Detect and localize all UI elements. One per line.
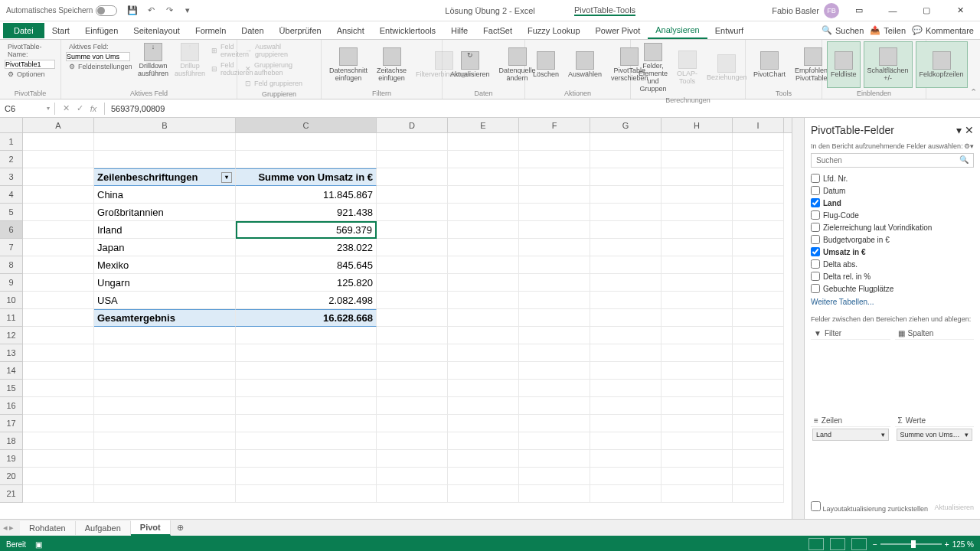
- area-filter[interactable]: ▼ Filter: [811, 328, 890, 410]
- cell-E12[interactable]: [448, 327, 519, 344]
- cell-E17[interactable]: [448, 415, 519, 432]
- cell-F11[interactable]: [519, 309, 590, 327]
- cell-C19[interactable]: [236, 450, 377, 468]
- field-budgetvorgabe-in-€[interactable]: Budgetvorgabe in €: [811, 233, 974, 246]
- cell-I7[interactable]: [733, 239, 784, 256]
- cell-D21[interactable]: [377, 485, 448, 503]
- row-header-8[interactable]: 8: [0, 256, 23, 274]
- cell-F20[interactable]: [519, 468, 590, 485]
- cell-C1[interactable]: [236, 133, 377, 151]
- cell-H4[interactable]: [662, 186, 733, 204]
- tab-seitenlayout[interactable]: Seitenlayout: [126, 23, 188, 38]
- cell-F12[interactable]: [519, 327, 590, 344]
- field-search-input[interactable]: [812, 154, 955, 167]
- vertical-scrollbar[interactable]: [792, 118, 804, 519]
- zoom-value[interactable]: 125 %: [952, 540, 974, 549]
- row-header-19[interactable]: 19: [0, 450, 23, 468]
- row-header-21[interactable]: 21: [0, 485, 23, 503]
- row-header-2[interactable]: 2: [0, 151, 23, 168]
- sheet-tab-rohdaten[interactable]: Rohdaten: [20, 521, 76, 535]
- row-header-13[interactable]: 13: [0, 344, 23, 362]
- cell-D6[interactable]: [377, 221, 448, 239]
- sheet-tab-pivot[interactable]: Pivot: [131, 520, 171, 536]
- pane-close-icon[interactable]: ✕: [965, 124, 974, 136]
- autosave-toggle[interactable]: Automatisches Speichern: [6, 5, 117, 16]
- row-header-14[interactable]: 14: [0, 362, 23, 380]
- minimize-icon[interactable]: —: [879, 0, 906, 21]
- row-header-18[interactable]: 18: [0, 432, 23, 450]
- col-header-A[interactable]: A: [23, 118, 94, 132]
- cell-E13[interactable]: [448, 344, 519, 362]
- cell-I17[interactable]: [733, 415, 784, 432]
- tab-power pivot[interactable]: Power Pivot: [588, 23, 648, 38]
- zoom-out-icon[interactable]: −: [873, 540, 877, 549]
- cell-B6[interactable]: Irland: [94, 221, 236, 239]
- cell-E19[interactable]: [448, 450, 519, 468]
- row-header-3[interactable]: 3: [0, 168, 23, 186]
- cell-A3[interactable]: [23, 168, 94, 186]
- zoom-in-icon[interactable]: +: [945, 540, 949, 549]
- cell-G8[interactable]: [590, 256, 662, 274]
- cell-I14[interactable]: [733, 362, 784, 380]
- cell-D15[interactable]: [377, 380, 448, 397]
- cell-E18[interactable]: [448, 432, 519, 450]
- qat-more-icon[interactable]: ▾: [181, 5, 194, 17]
- row-header-1[interactable]: 1: [0, 133, 23, 151]
- cell-B21[interactable]: [94, 485, 236, 503]
- cell-H7[interactable]: [662, 239, 733, 256]
- cell-C11[interactable]: 16.628.668: [236, 309, 377, 327]
- row-header-17[interactable]: 17: [0, 415, 23, 432]
- cell-D16[interactable]: [377, 397, 448, 415]
- share-button[interactable]: 📤 Teilen: [870, 25, 906, 35]
- view-pagebreak-icon[interactable]: [851, 538, 867, 550]
- cell-D5[interactable]: [377, 204, 448, 221]
- cell-E14[interactable]: [448, 362, 519, 380]
- cell-G6[interactable]: [590, 221, 662, 239]
- cell-H21[interactable]: [662, 485, 733, 503]
- cell-B10[interactable]: USA: [94, 292, 236, 309]
- cell-F1[interactable]: [519, 133, 590, 151]
- user-account[interactable]: Fabio Basler FB: [772, 3, 839, 18]
- ribbon-mode-icon[interactable]: ▭: [845, 0, 873, 21]
- pivotchart-button[interactable]: PivotChart: [750, 41, 789, 88]
- cell-H6[interactable]: [662, 221, 733, 239]
- field-zielerreichung-laut-vorindikation[interactable]: Zielerreichung laut Vorindikation: [811, 221, 974, 233]
- cell-A5[interactable]: [23, 204, 94, 221]
- cell-F16[interactable]: [519, 397, 590, 415]
- cell-A7[interactable]: [23, 239, 94, 256]
- area-columns[interactable]: ▦ Spalten: [895, 328, 975, 410]
- cell-A2[interactable]: [23, 151, 94, 168]
- cell-F17[interactable]: [519, 415, 590, 432]
- cell-B7[interactable]: Japan: [94, 239, 236, 256]
- cell-F18[interactable]: [519, 432, 590, 450]
- cell-D17[interactable]: [377, 415, 448, 432]
- cancel-formula-icon[interactable]: ✕: [60, 103, 72, 115]
- cell-H10[interactable]: [662, 292, 733, 309]
- cell-B12[interactable]: [94, 327, 236, 344]
- cell-A17[interactable]: [23, 415, 94, 432]
- cell-G13[interactable]: [590, 344, 662, 362]
- cell-F9[interactable]: [519, 274, 590, 292]
- cell-D18[interactable]: [377, 432, 448, 450]
- cell-D10[interactable]: [377, 292, 448, 309]
- cell-I2[interactable]: [733, 151, 784, 168]
- cell-A15[interactable]: [23, 380, 94, 397]
- cell-I12[interactable]: [733, 327, 784, 344]
- row-header-4[interactable]: 4: [0, 186, 23, 204]
- cell-F14[interactable]: [519, 362, 590, 380]
- cell-D1[interactable]: [377, 133, 448, 151]
- add-sheet-button[interactable]: ⊕: [171, 520, 190, 535]
- pivottable-name-input[interactable]: [5, 60, 55, 69]
- tab-analysieren[interactable]: Analysieren: [648, 22, 707, 39]
- sheet-nav-last-icon[interactable]: ▸: [9, 523, 14, 533]
- select-button[interactable]: Auswählen: [565, 41, 605, 88]
- cell-C20[interactable]: [236, 468, 377, 485]
- cell-F7[interactable]: [519, 239, 590, 256]
- select-all-corner[interactable]: [0, 118, 23, 132]
- cell-B14[interactable]: [94, 362, 236, 380]
- cell-D20[interactable]: [377, 468, 448, 485]
- field-delta-rel.-in-%[interactable]: Delta rel. in %: [811, 270, 974, 282]
- row-header-12[interactable]: 12: [0, 327, 23, 344]
- sheet-tab-aufgaben[interactable]: Aufgaben: [76, 521, 131, 535]
- cell-H15[interactable]: [662, 380, 733, 397]
